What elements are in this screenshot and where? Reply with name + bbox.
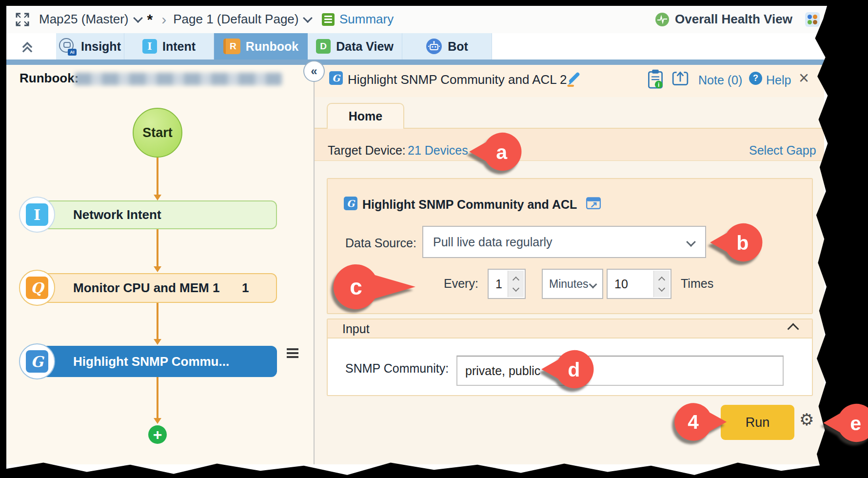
interval-value: 1 <box>495 277 502 291</box>
svg-text:i: i <box>658 81 659 88</box>
help-link[interactable]: Help <box>766 73 791 87</box>
tab-runbook[interactable]: R Runbook <box>214 33 308 60</box>
runbook-name-blurred <box>75 73 282 85</box>
edit-title-icon[interactable] <box>565 71 581 87</box>
callout-e: e <box>821 401 868 445</box>
run-settings-gear-icon[interactable]: ⚙ <box>799 410 814 429</box>
flow-arrow-line <box>157 158 158 196</box>
callout-d: d <box>539 347 597 391</box>
times-label: Times <box>681 277 713 291</box>
tab-insight[interactable]: AI Insight <box>56 33 124 60</box>
snmp-community-input[interactable] <box>456 356 784 386</box>
data-view-icon: D <box>316 39 331 54</box>
app-window: Map25 (Master) * › Page 1 (Default Page)… <box>0 0 868 478</box>
breadcrumb-separator: › <box>161 11 166 28</box>
flow-arrow-head <box>154 195 161 200</box>
runbook-flow-panel: Runbook: Start Network Intent I Monitor … <box>6 65 314 464</box>
tab-insight-label: Insight <box>81 40 121 54</box>
tab-intent-label: Intent <box>162 40 196 54</box>
page-menu-chevron-icon[interactable] <box>303 13 313 23</box>
gapp-card-title: Highlight SNMP Community and ACL <box>362 198 577 212</box>
page-title[interactable]: Page 1 (Default Page) <box>173 12 298 27</box>
interval-spin-buttons[interactable] <box>508 271 524 297</box>
gapp-card-icon: G <box>344 197 357 210</box>
interval-unit-select[interactable]: Minutes <box>542 269 603 299</box>
intent-icon: I <box>142 39 157 54</box>
gapp-badge: G <box>19 343 55 379</box>
tab-runbook-label: Runbook <box>246 40 298 54</box>
expand-icon[interactable] <box>15 12 30 27</box>
input-section-header[interactable]: Input <box>328 319 812 339</box>
node-menu-icon[interactable] <box>287 348 298 350</box>
map-title[interactable]: Map25 (Master) <box>39 12 129 27</box>
unsaved-indicator: * <box>147 11 153 28</box>
intent-node-icon: I <box>26 203 48 226</box>
flow-node-monitor-qapp[interactable]: Monitor CPU and MEM 1 1 <box>30 273 277 303</box>
health-view-label[interactable]: Overall Health View <box>675 12 792 27</box>
repeat-stepper[interactable]: 10 <box>607 269 671 299</box>
tab-bot[interactable]: Bot <box>402 33 492 60</box>
panel-tab-bar: AI Insight I Intent R Runbook D Data Vie… <box>6 33 868 60</box>
add-node-button[interactable]: + <box>148 425 167 444</box>
active-tab-strip <box>6 60 868 65</box>
device-info-icon[interactable]: i <box>647 68 664 90</box>
flow-node-start[interactable]: Start <box>133 108 182 158</box>
flow-node-network-intent[interactable]: Network Intent <box>30 200 277 229</box>
network-intent-badge: I <box>19 197 55 233</box>
tab-intent[interactable]: I Intent <box>124 33 214 60</box>
input-section-title: Input <box>342 322 370 336</box>
gapp-title-icon: G <box>329 71 343 85</box>
data-source-chevron-icon <box>686 237 696 247</box>
note-button[interactable]: Note (0) <box>698 73 742 87</box>
monitor-run-count: 1 <box>242 280 249 296</box>
panel-title: Highlight SNMP Community and ACL 2 <box>348 72 567 87</box>
torn-edge-top <box>0 0 868 6</box>
svg-text:e: e <box>850 412 861 435</box>
bot-icon <box>426 38 442 55</box>
close-panel-icon[interactable]: × <box>799 68 809 88</box>
collapse-panel-button[interactable]: « <box>303 60 325 82</box>
open-gapp-window-icon[interactable] <box>586 196 601 210</box>
qapp-icon: Q <box>26 277 48 299</box>
collapse-tabs-icon[interactable] <box>20 40 35 53</box>
qapp-badge: Q <box>19 270 55 306</box>
runbook-label: Runbook: <box>20 71 79 86</box>
svg-text:b: b <box>736 232 749 254</box>
repeat-spin-buttons[interactable] <box>653 271 670 297</box>
svg-text:a: a <box>496 141 508 163</box>
runbook-icon: R <box>223 39 240 54</box>
select-gapp-link[interactable]: Select Gapp <box>749 143 816 158</box>
summary-button[interactable]: Summary <box>322 5 394 33</box>
insight-icon: AI <box>59 38 76 55</box>
help-icon[interactable]: ? <box>749 72 762 85</box>
callout-b: b <box>708 220 766 264</box>
breadcrumb: Map25 (Master) * › Page 1 (Default Page) <box>39 5 315 33</box>
tab-home[interactable]: Home <box>327 103 404 129</box>
summary-label: Summary <box>339 12 394 27</box>
flow-node-highlight-gapp[interactable]: Highlight SNMP Commu... <box>30 346 277 377</box>
callout-step-4: 4 <box>672 400 729 444</box>
callout-a: a <box>467 130 525 174</box>
torn-edge-left <box>0 0 6 478</box>
apps-grid-icon[interactable] <box>805 12 820 27</box>
data-source-select[interactable]: Pull live data regularly <box>422 226 706 258</box>
run-button[interactable]: Run <box>721 405 794 440</box>
data-source-label: Data Source: <box>345 236 416 250</box>
svg-text:d: d <box>568 358 580 381</box>
health-view-group: Overall Health View Ne <box>655 5 840 33</box>
panel-header: G Highlight SNMP Community and ACL 2 i <box>315 65 824 97</box>
tab-data-view-label: Data View <box>336 40 394 54</box>
map-menu-chevron-icon[interactable] <box>133 13 143 23</box>
every-label: Every: <box>444 277 478 291</box>
svg-text:4: 4 <box>688 411 699 434</box>
export-result-icon[interactable] <box>671 70 689 87</box>
flow-node-highlight-label: Highlight SNMP Commu... <box>73 354 229 369</box>
gapp-icon: G <box>26 350 48 373</box>
target-device-link[interactable]: 21 Devices <box>408 143 468 158</box>
interval-unit-value: Minutes <box>549 278 589 291</box>
svg-text:c: c <box>350 274 362 299</box>
unit-chevron-icon <box>589 280 597 289</box>
collapse-input-chevron-icon[interactable] <box>787 323 799 335</box>
interval-stepper[interactable]: 1 <box>488 269 526 299</box>
tab-data-view[interactable]: D Data View <box>308 33 402 60</box>
